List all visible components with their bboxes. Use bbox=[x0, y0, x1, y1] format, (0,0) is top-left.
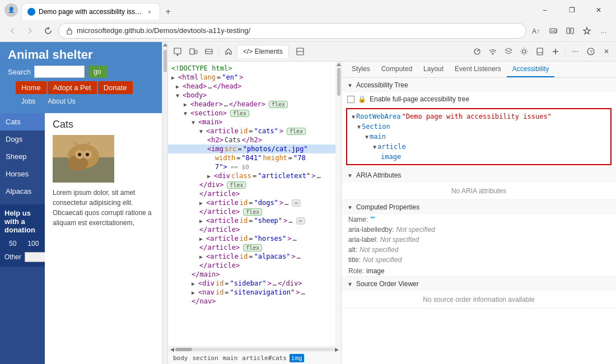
minimize-button[interactable]: – bbox=[532, 1, 558, 19]
more-options-button[interactable]: … bbox=[596, 23, 612, 39]
wifi-icon[interactable] bbox=[486, 44, 500, 59]
nav-donate[interactable]: Donate bbox=[98, 81, 133, 94]
console-tab[interactable] bbox=[290, 45, 310, 59]
console-drawer-button[interactable] bbox=[202, 44, 216, 59]
html-tree[interactable]: <!DOCTYPE html> ▶ <html lang="en" > ▶ <h… bbox=[168, 62, 335, 346]
body-open-line[interactable]: ▼ <body> bbox=[168, 91, 335, 100]
computed-properties-header[interactable]: ▼ Computed Properties bbox=[342, 200, 616, 214]
amount-50[interactable]: 50 bbox=[4, 237, 21, 250]
breadcrumb-img[interactable]: img bbox=[290, 354, 304, 362]
sidebar-line[interactable]: ▶ <div id="sidebar" > … </div> bbox=[168, 279, 335, 288]
tab-close-button[interactable]: × bbox=[145, 7, 154, 16]
scroll-right-btn[interactable]: ▶ bbox=[335, 347, 339, 352]
computed-properties-section: ▼ Computed Properties Name: "" aria-labe… bbox=[342, 200, 616, 277]
main-open-line[interactable]: ▼ <main> bbox=[168, 118, 335, 127]
elements-scrollbar[interactable] bbox=[335, 62, 341, 346]
tree-article[interactable]: ▼ article bbox=[349, 142, 608, 152]
favorites-button[interactable] bbox=[579, 23, 595, 39]
nav-home[interactable]: Home bbox=[16, 81, 46, 94]
active-tab[interactable]: Demo page with accessibility iss… × bbox=[21, 3, 160, 20]
tree-main[interactable]: ▼ main bbox=[349, 132, 608, 142]
sidebar-horses[interactable]: Horses bbox=[0, 165, 45, 183]
tab-styles[interactable]: Styles bbox=[346, 62, 376, 77]
sources-icon[interactable] bbox=[470, 44, 484, 59]
enable-tree-checkbox[interactable] bbox=[347, 96, 354, 103]
div-articletext-line[interactable]: ▶ <div class="articletext" > … bbox=[168, 171, 335, 180]
donation-title: Help us with a donation bbox=[4, 209, 40, 234]
elements-tab[interactable]: </> Elements bbox=[237, 45, 289, 58]
article-dogs-line[interactable]: ▶ <article id="dogs" > … ⋯ bbox=[168, 198, 335, 207]
aria-attributes-label: ARIA Attributes bbox=[356, 171, 402, 179]
main-content-area: Animal shelter Search go Home Adopt a Pe… bbox=[0, 42, 616, 364]
close-devtools-button[interactable]: ✕ bbox=[599, 44, 614, 59]
source-order-viewer-header[interactable]: ▼ Source Order Viewer bbox=[342, 277, 616, 291]
tree-section[interactable]: ▼ Section bbox=[349, 122, 608, 132]
role-row: Role: image bbox=[342, 266, 616, 276]
nav-about[interactable]: About Us bbox=[42, 95, 81, 108]
breadcrumb-section[interactable]: section bbox=[191, 354, 220, 362]
head-line[interactable]: ▶ <head> … </head> bbox=[168, 82, 335, 91]
breadcrumb-body[interactable]: body bbox=[171, 354, 190, 362]
scroll-left-btn[interactable]: ◀ bbox=[170, 347, 174, 352]
tree-image[interactable]: image bbox=[349, 152, 608, 162]
read-aloud-button[interactable]: A↑ bbox=[529, 23, 544, 39]
enable-tree-icon: 🔒 bbox=[358, 95, 366, 103]
address-bar[interactable]: microsoftedge.github.io/Demos/devtools-a… bbox=[58, 23, 526, 39]
tab-computed[interactable]: Computed bbox=[376, 62, 418, 77]
avatar: 👤 bbox=[4, 3, 18, 17]
accessibility-tree-header[interactable]: ▼ Accessibility Tree bbox=[342, 78, 616, 92]
restore-button[interactable]: ❐ bbox=[559, 1, 585, 19]
refresh-button[interactable] bbox=[40, 23, 56, 39]
tab-layout[interactable]: Layout bbox=[418, 62, 449, 77]
forward-button[interactable] bbox=[22, 23, 38, 39]
scroll-up-btn[interactable] bbox=[337, 63, 341, 66]
nav-adopt[interactable]: Adopt a Pet bbox=[48, 81, 97, 94]
add-icon[interactable] bbox=[548, 44, 563, 59]
settings-icon[interactable] bbox=[517, 44, 531, 59]
sidebar-dogs[interactable]: Dogs bbox=[0, 130, 45, 148]
header-line[interactable]: ▶ <header> … </header> flex bbox=[168, 100, 335, 109]
home-button[interactable] bbox=[221, 44, 236, 59]
aria-attributes-header[interactable]: ▼ ARIA Attributes bbox=[342, 168, 616, 183]
sidebar-cats[interactable]: Cats bbox=[0, 113, 45, 130]
inspect-element-button[interactable] bbox=[170, 44, 185, 59]
article-sheep-line[interactable]: ▶ <article id="sheep" > … ⋯ bbox=[168, 216, 335, 225]
tab-event-listeners[interactable]: Event Listeners bbox=[449, 62, 507, 77]
horizontal-scroll[interactable]: ◀ ▶ bbox=[168, 346, 341, 352]
article-alpacas-line[interactable]: ▶ <article id="alpacas" > … bbox=[168, 252, 335, 261]
article-horses-line[interactable]: ▶ <article id="horses" > … bbox=[168, 234, 335, 243]
breadcrumb-main[interactable]: main bbox=[221, 354, 240, 362]
tab-title: Demo page with accessibility iss… bbox=[39, 8, 142, 16]
amount-100[interactable]: 100 bbox=[23, 237, 43, 250]
img-cats-line[interactable]: <img src="photos/cat.jpg" bbox=[168, 144, 335, 153]
demo-scrollbar[interactable] bbox=[162, 42, 167, 364]
site-sidebar: Cats Dogs Sheep Horses Alpacas Help us w… bbox=[0, 113, 45, 364]
h2-cats-line[interactable]: <h2>Cats</h2> bbox=[168, 136, 335, 144]
search-button[interactable]: go bbox=[88, 66, 106, 78]
article-cats-line[interactable]: ▼ <article id="cats" > flex bbox=[168, 127, 335, 136]
more-tools-button[interactable]: ⋯ bbox=[568, 44, 582, 59]
back-button[interactable] bbox=[4, 23, 20, 39]
tab-accessibility[interactable]: Accessibility bbox=[507, 62, 554, 77]
breadcrumb-article-cats[interactable]: article#cats bbox=[240, 354, 288, 362]
section-open-line[interactable]: ▼ <section> flex bbox=[168, 109, 335, 118]
sidebar-sheep[interactable]: Sheep bbox=[0, 148, 45, 165]
nav-line[interactable]: ▶ <nav id="sitenavigation" > … bbox=[168, 288, 335, 297]
help-button[interactable]: ? bbox=[584, 44, 598, 59]
elements-tree-scroll: <!DOCTYPE html> ▶ <html lang="en" > ▶ <h… bbox=[168, 62, 341, 346]
device-icon[interactable] bbox=[533, 44, 547, 59]
img-attrs-cont[interactable]: width="841" height="78 bbox=[168, 153, 335, 162]
nav-jobs[interactable]: Jobs bbox=[16, 95, 41, 108]
sidebar-alpacas[interactable]: Alpacas bbox=[0, 183, 45, 200]
new-tab-button[interactable]: + bbox=[160, 4, 176, 20]
split-screen-button[interactable] bbox=[562, 23, 578, 39]
html-line[interactable]: ▶ <html lang="en" > bbox=[168, 73, 335, 82]
search-input[interactable] bbox=[34, 66, 85, 78]
tree-root-web-area[interactable]: ▼ RootWebArea "Demo page with accessibil… bbox=[349, 111, 608, 122]
device-emulation-button[interactable] bbox=[186, 44, 200, 59]
immersive-reader-button[interactable]: HD bbox=[545, 23, 561, 39]
browser-frame: 👤 Demo page with accessibility iss… × + … bbox=[0, 0, 616, 364]
close-button[interactable]: ✕ bbox=[586, 1, 612, 19]
devtools-panel: </> Elements bbox=[168, 42, 616, 364]
layers-icon[interactable] bbox=[501, 44, 516, 59]
